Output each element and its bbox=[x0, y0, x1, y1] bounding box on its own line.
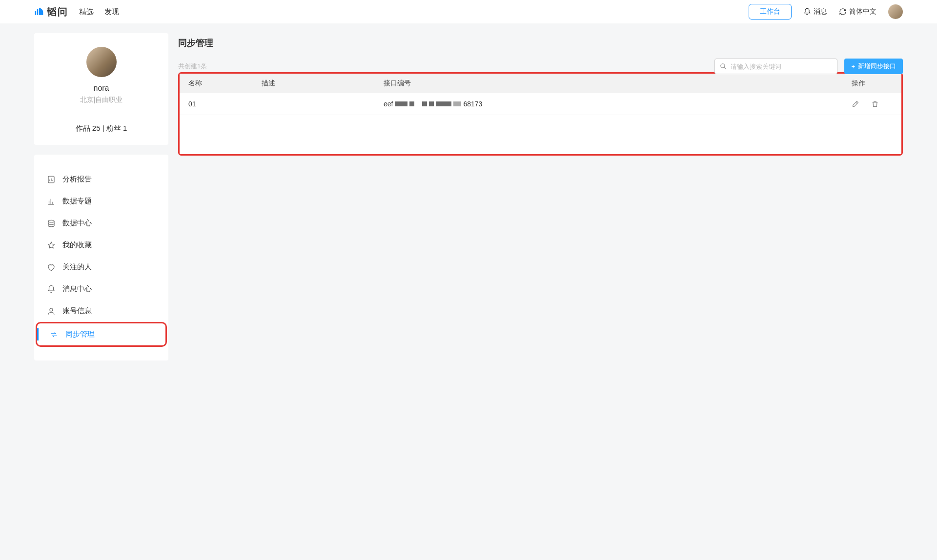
cell-id: eef 68173 bbox=[375, 93, 843, 115]
mask-block bbox=[453, 101, 461, 106]
sync-table: 名称 描述 接口编号 操作 01 eef bbox=[180, 74, 901, 115]
search-input[interactable] bbox=[731, 63, 832, 70]
topbar-right: 工作台 消息 简体中文 bbox=[749, 4, 903, 20]
sidebar-item-favorites[interactable]: 我的收藏 bbox=[34, 234, 168, 256]
cell-name: 01 bbox=[180, 93, 253, 115]
sidebar-item-following[interactable]: 关注的人 bbox=[34, 256, 168, 278]
count-text: 共创建1条 bbox=[178, 62, 207, 71]
sidebar-item-messages[interactable]: 消息中心 bbox=[34, 278, 168, 300]
sidebar-item-label: 数据专题 bbox=[62, 197, 92, 206]
sync-table-container: 名称 描述 接口编号 操作 01 eef bbox=[178, 72, 903, 156]
database-icon bbox=[47, 219, 56, 228]
id-suffix: 68173 bbox=[463, 100, 482, 108]
sidebar-item-topic[interactable]: 数据专题 bbox=[34, 190, 168, 212]
language-switch[interactable]: 简体中文 bbox=[839, 7, 876, 16]
delete-button[interactable] bbox=[871, 100, 879, 108]
cell-desc bbox=[253, 93, 375, 115]
report-icon bbox=[47, 175, 56, 184]
workspace-button[interactable]: 工作台 bbox=[749, 4, 792, 20]
sidebar-item-sync[interactable]: 同步管理 bbox=[36, 322, 167, 347]
mask-block bbox=[422, 101, 427, 106]
refresh-icon bbox=[839, 8, 847, 16]
sidebar-item-account[interactable]: 账号信息 bbox=[34, 300, 168, 322]
sidebar-item-label: 数据中心 bbox=[62, 219, 92, 228]
search-icon bbox=[720, 63, 727, 70]
col-header-id: 接口编号 bbox=[375, 74, 843, 93]
bell-icon bbox=[47, 285, 56, 294]
user-icon bbox=[47, 307, 56, 316]
plus-icon: + bbox=[851, 63, 855, 70]
toolbar-right: + 新增同步接口 bbox=[714, 59, 903, 74]
heart-icon bbox=[47, 263, 56, 272]
sidebar-menu: 分析报告 数据专题 数据中心 我的收藏 关注的人 消息中心 bbox=[34, 155, 168, 360]
sidebar-item-report[interactable]: 分析报告 bbox=[34, 168, 168, 190]
svg-point-3 bbox=[721, 64, 725, 68]
topbar-left: 韬问 精选 发现 bbox=[34, 5, 119, 19]
nav-discover[interactable]: 发现 bbox=[104, 7, 119, 17]
user-avatar-small[interactable] bbox=[888, 4, 903, 19]
messages-link[interactable]: 消息 bbox=[803, 7, 827, 16]
user-stats: 作品 25 | 粉丝 1 bbox=[44, 124, 159, 133]
mask-block bbox=[409, 101, 414, 106]
col-header-name: 名称 bbox=[180, 74, 253, 93]
top-bar: 韬问 精选 发现 工作台 消息 简体中文 bbox=[0, 0, 937, 23]
edit-button[interactable] bbox=[852, 100, 859, 108]
bell-icon bbox=[803, 8, 811, 16]
user-location: 北京|自由职业 bbox=[44, 96, 159, 104]
add-button-label: 新增同步接口 bbox=[858, 62, 896, 71]
language-label: 简体中文 bbox=[849, 7, 876, 16]
logo-icon bbox=[34, 7, 44, 17]
user-avatar-large[interactable] bbox=[86, 47, 117, 77]
profile-card: nora 北京|自由职业 作品 25 | 粉丝 1 bbox=[34, 33, 168, 145]
logo-text: 韬问 bbox=[47, 5, 68, 19]
col-header-actions: 操作 bbox=[843, 74, 901, 93]
sidebar-item-datacenter[interactable]: 数据中心 bbox=[34, 212, 168, 234]
sidebar-item-label: 我的收藏 bbox=[62, 240, 92, 250]
sidebar-item-label: 消息中心 bbox=[62, 284, 92, 294]
sidebar: nora 北京|自由职业 作品 25 | 粉丝 1 分析报告 数据专题 数据中心… bbox=[34, 33, 168, 360]
sync-icon bbox=[50, 330, 59, 339]
main-content: 同步管理 共创建1条 + 新增同步接口 名称 bbox=[178, 33, 903, 156]
mask-block bbox=[395, 101, 407, 106]
cell-actions bbox=[843, 93, 901, 115]
add-sync-button[interactable]: + 新增同步接口 bbox=[844, 59, 903, 74]
table-row: 01 eef 6 bbox=[180, 93, 901, 115]
sidebar-item-label: 账号信息 bbox=[62, 306, 92, 316]
nav-featured[interactable]: 精选 bbox=[79, 7, 94, 17]
mask-block bbox=[436, 101, 451, 106]
mask-block bbox=[429, 101, 434, 106]
page-body: nora 北京|自由职业 作品 25 | 粉丝 1 分析报告 数据专题 数据中心… bbox=[0, 23, 937, 370]
sidebar-item-label: 同步管理 bbox=[65, 330, 95, 339]
logo[interactable]: 韬问 bbox=[34, 5, 68, 19]
search-box[interactable] bbox=[714, 59, 837, 74]
username: nora bbox=[44, 84, 159, 93]
svg-point-1 bbox=[48, 220, 54, 222]
star-icon bbox=[47, 241, 56, 250]
chart-icon bbox=[47, 197, 56, 206]
sidebar-item-label: 分析报告 bbox=[62, 175, 92, 184]
svg-point-2 bbox=[50, 308, 53, 311]
sidebar-item-label: 关注的人 bbox=[62, 262, 92, 272]
page-title: 同步管理 bbox=[178, 37, 903, 49]
col-header-desc: 描述 bbox=[253, 74, 375, 93]
id-prefix: eef bbox=[384, 100, 393, 108]
messages-label: 消息 bbox=[814, 7, 827, 16]
